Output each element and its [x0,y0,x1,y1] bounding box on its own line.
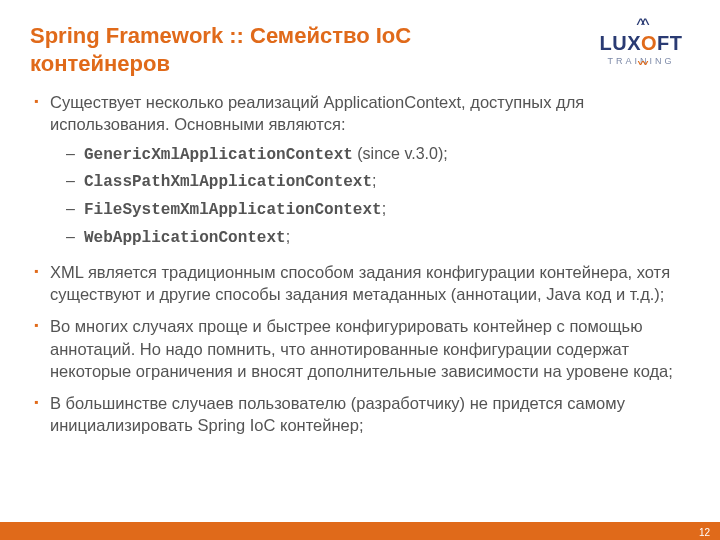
logo-text-right: FT [657,32,682,54]
tail-text: (since v.3.0); [353,145,448,162]
sub-list-item: FileSystemXmlApplicationContext; [66,197,690,223]
list-item: Существует несколько реализаций Applicat… [34,91,690,251]
logo: ^^ LUXOFT TRAINING ˅˅ [586,20,696,74]
list-item: В большинстве случаев пользователю (разр… [34,392,690,437]
list-item-text: В большинстве случаев пользователю (разр… [50,394,625,434]
code-text: GenericXmlApplicationContext [84,146,353,164]
footer-bar: 12 [0,522,720,540]
page-number: 12 [699,527,710,538]
logo-text-left: LUX [600,32,642,54]
list-item-text: Во многих случаях проще и быстрее конфиг… [50,317,673,380]
tail-text: ; [286,228,290,245]
sub-list-item: ClassPathXmlApplicationContext; [66,169,690,195]
page-title: Spring Framework :: Семейство IoC контей… [30,22,550,77]
tail-text: ; [372,172,376,189]
code-text: FileSystemXmlApplicationContext [84,201,382,219]
list-item-text: Существует несколько реализаций Applicat… [50,93,584,133]
sub-list-item: GenericXmlApplicationContext (since v.3.… [66,142,690,168]
code-text: WebApplicationContext [84,229,286,247]
list-item-text: XML является традиционным способом задан… [50,263,670,303]
list-item: Во многих случаях проще и быстрее конфиг… [34,315,690,382]
sub-list-item: WebApplicationContext; [66,225,690,251]
chevron-down-icon: ˅˅ [586,64,696,74]
bullet-list: Существует несколько реализаций Applicat… [30,91,690,437]
logo-brand: LUXOFT [586,32,696,55]
list-item: XML является традиционным способом задан… [34,261,690,306]
chevron-up-icon: ^^ [586,20,696,30]
tail-text: ; [382,200,386,217]
slide: ^^ LUXOFT TRAINING ˅˅ Spring Framework :… [0,0,720,540]
logo-text-o: O [641,32,657,54]
code-text: ClassPathXmlApplicationContext [84,173,372,191]
sub-list: GenericXmlApplicationContext (since v.3.… [50,142,690,251]
